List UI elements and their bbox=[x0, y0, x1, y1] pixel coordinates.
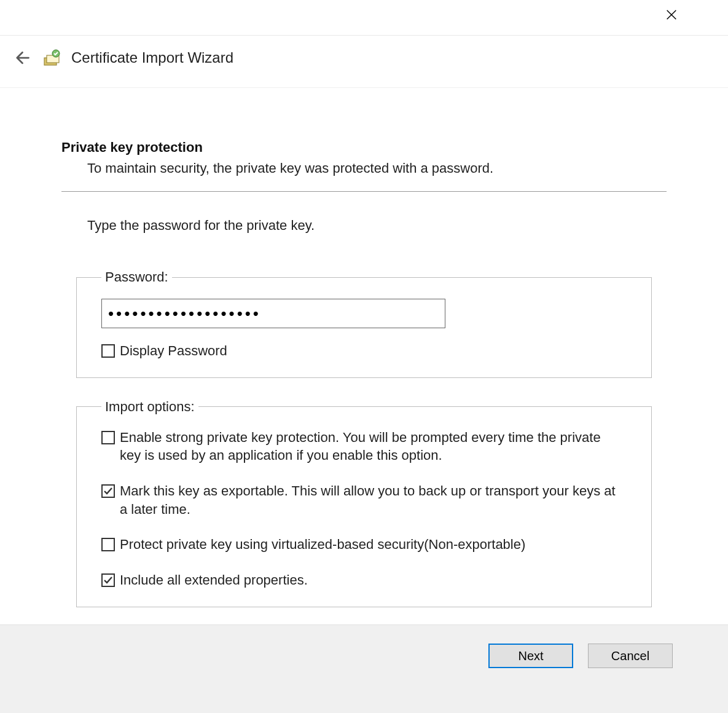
arrow-left-icon bbox=[12, 49, 30, 67]
option-extended-properties-checkbox[interactable] bbox=[101, 573, 115, 587]
wizard-header: Certificate Import Wizard bbox=[0, 36, 728, 88]
option-strong-protection[interactable]: Enable strong private key protection. Yo… bbox=[101, 428, 627, 465]
import-options-legend: Import options: bbox=[101, 399, 198, 415]
option-strong-protection-label: Enable strong private key protection. Yo… bbox=[120, 428, 617, 465]
option-extended-properties-label: Include all extended properties. bbox=[120, 571, 308, 589]
section-divider bbox=[61, 191, 667, 192]
wizard-footer: Next Cancel bbox=[0, 624, 728, 713]
section-heading: Private key protection bbox=[61, 140, 667, 156]
display-password-checkbox[interactable] bbox=[101, 344, 115, 358]
import-options-group: Import options: Enable strong private ke… bbox=[76, 399, 652, 607]
option-exportable[interactable]: Mark this key as exportable. This will a… bbox=[101, 482, 627, 518]
section-description: To maintain security, the private key wa… bbox=[61, 160, 667, 176]
back-button[interactable] bbox=[10, 47, 32, 69]
close-button[interactable] bbox=[663, 6, 680, 23]
close-icon bbox=[665, 8, 678, 22]
option-vbs-checkbox[interactable] bbox=[101, 538, 115, 551]
option-vbs-label: Protect private key using virtualized-ba… bbox=[120, 535, 525, 554]
display-password-row[interactable]: Display Password bbox=[101, 342, 627, 360]
next-button[interactable]: Next bbox=[488, 644, 573, 668]
certificate-icon bbox=[42, 48, 61, 68]
password-mask: ••••••••••••••••••• bbox=[108, 304, 261, 323]
checkmark-icon bbox=[103, 486, 114, 497]
option-exportable-checkbox[interactable] bbox=[101, 484, 115, 498]
option-exportable-label: Mark this key as exportable. This will a… bbox=[120, 482, 617, 518]
wizard-content: Private key protection To maintain secur… bbox=[0, 88, 728, 607]
password-input[interactable]: ••••••••••••••••••• bbox=[101, 299, 445, 328]
password-group: Password: ••••••••••••••••••• Display Pa… bbox=[76, 269, 652, 378]
password-prompt: Type the password for the private key. bbox=[61, 218, 667, 234]
cancel-button[interactable]: Cancel bbox=[588, 644, 673, 668]
option-vbs[interactable]: Protect private key using virtualized-ba… bbox=[101, 535, 627, 554]
option-strong-protection-checkbox[interactable] bbox=[101, 431, 115, 444]
window-titlebar bbox=[0, 0, 728, 36]
password-legend: Password: bbox=[101, 269, 172, 285]
option-extended-properties[interactable]: Include all extended properties. bbox=[101, 571, 627, 589]
checkmark-icon bbox=[103, 575, 114, 586]
wizard-title: Certificate Import Wizard bbox=[71, 49, 233, 66]
display-password-label: Display Password bbox=[120, 342, 227, 360]
